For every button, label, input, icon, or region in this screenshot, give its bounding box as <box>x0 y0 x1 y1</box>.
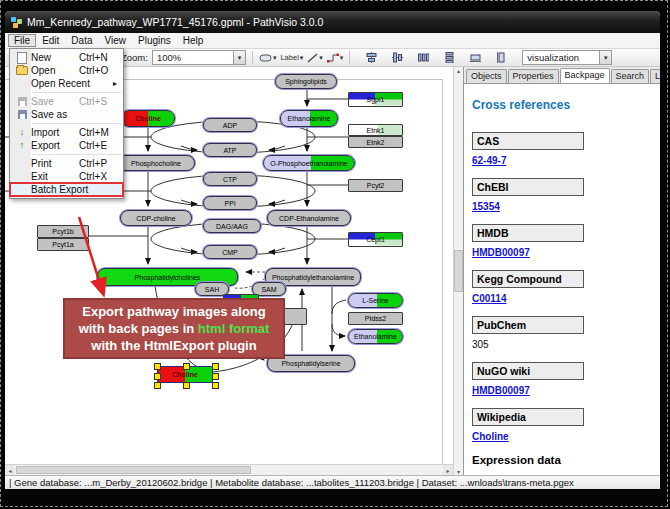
gene-tool-button[interactable]: ▾ <box>259 51 277 65</box>
selection-handle[interactable] <box>212 382 219 389</box>
pathway-node-choline-top[interactable]: Choline <box>121 110 175 127</box>
zoom-combobox[interactable]: 100% ▾ <box>152 50 246 65</box>
scroll-left-icon[interactable]: ◂ <box>5 465 15 475</box>
title-bar[interactable]: Mm_Kennedy_pathway_WP1771_45176.gpml - P… <box>5 11 660 33</box>
tab-backpage[interactable]: Backpage <box>560 68 610 83</box>
pathway-node-sphingolipids[interactable]: Sphingolipids <box>275 74 337 89</box>
stack-v-button[interactable] <box>494 51 508 65</box>
canvas-horizontal-scrollbar[interactable]: ◂ ▸ <box>5 464 453 475</box>
pathway-node-etnk1[interactable]: Etnk1 <box>348 124 403 136</box>
file-menu-item-save-as[interactable]: Save as <box>10 108 123 121</box>
file-menu-item-export[interactable]: ↑ExportCtrl+E <box>10 139 123 152</box>
pathway-node-pcyt2[interactable]: Pcyt2 <box>348 179 403 192</box>
menu-item-label: Export <box>31 140 79 151</box>
selection-handle[interactable] <box>183 363 190 370</box>
pathway-node-choline-selected[interactable]: Choline <box>157 366 213 383</box>
crossref-value-wikipedia[interactable]: Choline <box>472 431 660 442</box>
pathway-node-ethanolamine-bottom[interactable]: Ethanolamine <box>348 329 403 344</box>
crossref-value-cas[interactable]: 62-49-7 <box>472 155 660 166</box>
distribute-h-button[interactable] <box>416 51 430 65</box>
tab-search[interactable]: Search <box>611 69 650 83</box>
distribute-v-icon <box>444 52 455 63</box>
file-menu-item-exit[interactable]: ExitCtrl+X <box>10 170 123 183</box>
connector-tool-icon <box>327 53 339 63</box>
menu-item-icon-slot <box>13 158 31 169</box>
scroll-right-icon[interactable]: ▸ <box>443 465 453 475</box>
chevron-down-icon[interactable]: ▾ <box>233 51 245 64</box>
align-center-x-icon <box>366 52 377 63</box>
file-menu-item-open-recent[interactable]: Open Recent▸ <box>10 77 123 90</box>
pathway-node-sgpl1[interactable]: Sgpl1 <box>348 92 403 107</box>
pathway-node-ptdss2[interactable]: Ptdss2 <box>348 312 403 325</box>
file-menu-item-new[interactable]: NewCtrl+N <box>10 51 123 64</box>
scrollbar-thumb[interactable] <box>454 250 463 292</box>
pathway-node-dag-aag[interactable]: DAG/AAG <box>203 219 261 233</box>
crossref-value-chebi[interactable]: 15354 <box>472 201 660 212</box>
pathway-node-ppi[interactable]: PPi <box>203 196 257 210</box>
file-menu-item-import[interactable]: ↓ImportCtrl+M <box>10 126 123 139</box>
file-menu-item-print[interactable]: PrintCtrl+P <box>10 157 123 170</box>
distribute-v-button[interactable] <box>442 51 456 65</box>
align-center-x-button[interactable] <box>364 51 378 65</box>
crossref-value-hmdb[interactable]: HMDB00097 <box>472 247 660 258</box>
pathway-node-pcyt1b[interactable]: Pcyt1b <box>37 225 89 238</box>
selection-handle[interactable] <box>212 373 219 380</box>
file-menu-item-open[interactable]: OpenCtrl+O <box>10 64 123 77</box>
line-tool-button[interactable]: ▾ <box>307 51 323 65</box>
pathway-node-phosphocholine[interactable]: Phosphocholine <box>117 155 195 171</box>
tab-objects[interactable]: Objects <box>466 69 507 83</box>
file-menu-item-save[interactable]: SaveCtrl+S <box>10 95 123 108</box>
selection-handle[interactable] <box>154 363 161 370</box>
window-title: Mm_Kennedy_pathway_WP1771_45176.gpml - P… <box>27 16 323 28</box>
menubar-item-file[interactable]: File <box>8 34 36 47</box>
selection-handle[interactable] <box>183 382 190 389</box>
chevron-down-icon[interactable]: ▾ <box>599 51 611 64</box>
zoom-value: 100% <box>153 52 233 63</box>
visualization-value: visualization <box>523 52 599 63</box>
selection-handle[interactable] <box>212 363 219 370</box>
side-panel-tabs: ObjectsPropertiesBackpageSearchLegend <box>464 67 660 83</box>
selection-handle[interactable] <box>154 382 161 389</box>
menubar-item-help[interactable]: Help <box>177 34 210 47</box>
pathway-node-l-serine[interactable]: L-Serine <box>348 293 403 308</box>
align-center-y-icon <box>392 52 403 63</box>
pathway-node-ethanolamine-top[interactable]: Ethanolamine <box>280 110 338 127</box>
crossref-header-chebi: ChEBI <box>472 178 584 196</box>
connector-tool-button[interactable]: ▾ <box>327 51 344 65</box>
visualization-combobox[interactable]: visualization ▾ <box>522 50 612 65</box>
menubar-item-data[interactable]: Data <box>65 34 98 47</box>
scroll-down-icon[interactable]: ▾ <box>457 468 460 475</box>
pathway-node-ctp[interactable]: CTP <box>203 172 257 186</box>
pathway-node-o-phosphoethanolamine[interactable]: O-Phosphoethanolamine <box>263 155 355 171</box>
menu-item-shortcut: Ctrl+P <box>79 158 117 169</box>
scroll-up-icon[interactable]: ▴ <box>457 67 460 74</box>
side-panel: ObjectsPropertiesBackpageSearchLegend Cr… <box>463 67 660 475</box>
scrollbar-thumb[interactable] <box>16 466 251 474</box>
stack-h-button[interactable] <box>468 51 482 65</box>
menubar-item-view[interactable]: View <box>98 34 132 47</box>
tab-legend[interactable]: Legend <box>650 69 661 83</box>
label-tool-button[interactable]: Label ▾ <box>280 51 303 65</box>
menubar-item-edit[interactable]: Edit <box>36 34 65 47</box>
canvas-vertical-scrollbar[interactable]: ▴ ▾ <box>453 67 463 475</box>
file-menu-item-batch-export[interactable]: Batch Export <box>10 183 123 196</box>
menu-item-icon-slot <box>13 184 31 195</box>
crossref-value-nugo-wiki[interactable]: HMDB00097 <box>472 385 660 396</box>
crossref-header-wikipedia: Wikipedia <box>472 408 584 426</box>
pathway-node-atp[interactable]: ATP <box>203 143 257 157</box>
pathway-node-cept1[interactable]: Cept1 <box>348 232 403 247</box>
pathway-node-cmp[interactable]: CMP <box>203 245 257 259</box>
menubar-item-plugins[interactable]: Plugins <box>132 34 177 47</box>
pathway-node-pcyt1a[interactable]: Pcyt1a <box>37 238 89 251</box>
pathway-node-cdp-choline[interactable]: CDP-choline <box>120 210 192 226</box>
selection-handle[interactable] <box>154 373 161 380</box>
pathway-node-cdp-ethanolamine[interactable]: CDP-Ethanolamine <box>267 210 351 226</box>
tab-properties[interactable]: Properties <box>508 69 559 83</box>
app-icon <box>11 17 22 28</box>
crossref-value-kegg-compound[interactable]: C00114 <box>472 293 660 304</box>
callout-text: with the HtmlExport plugin <box>91 338 256 353</box>
annotation-callout: Export pathway images along with back pa… <box>63 298 285 359</box>
pathway-node-adp[interactable]: ADP <box>203 118 257 132</box>
pathway-node-etnk2[interactable]: Etnk2 <box>348 136 403 148</box>
align-center-y-button[interactable] <box>390 51 404 65</box>
